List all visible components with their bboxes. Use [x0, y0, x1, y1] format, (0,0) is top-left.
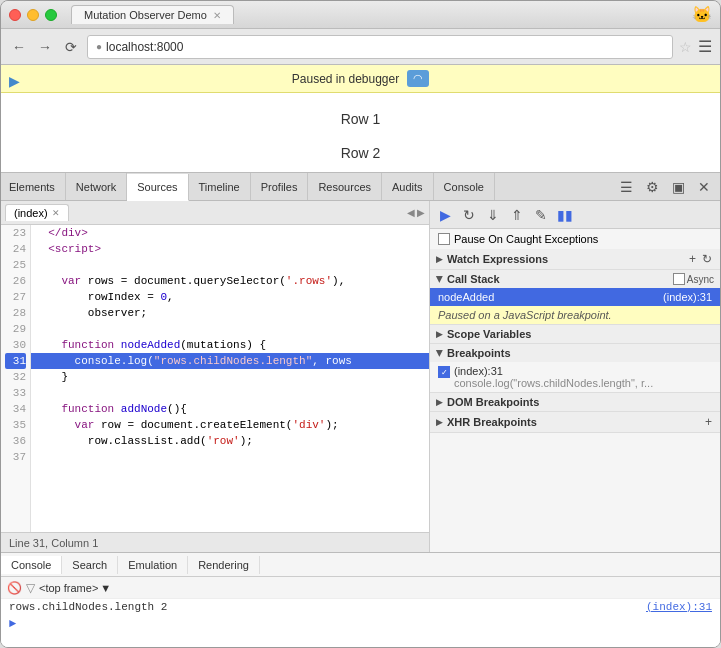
- tab-console[interactable]: Console: [434, 173, 495, 200]
- console-prompt-line: ►: [1, 615, 720, 633]
- pause-button[interactable]: ▮▮: [554, 204, 576, 226]
- console-filter-button[interactable]: ▽: [26, 581, 35, 595]
- tab-resources[interactable]: Resources: [308, 173, 382, 200]
- url-text: localhost:8000: [106, 40, 183, 54]
- code-line-24: <script>: [31, 241, 429, 257]
- debugger-toolbar: ▶ ↻ ⇓ ⇑ ✎ ▮▮: [430, 201, 720, 229]
- console-tab-search[interactable]: Search: [62, 556, 118, 574]
- source-tab-close-icon[interactable]: ✕: [52, 208, 60, 218]
- code-line-29: [31, 321, 429, 337]
- reload-button[interactable]: ⟳: [61, 37, 81, 57]
- menu-button[interactable]: ☰: [698, 37, 712, 56]
- devtools-close-icon[interactable]: ✕: [692, 175, 716, 199]
- forward-button[interactable]: →: [35, 37, 55, 57]
- tab-profiles[interactable]: Profiles: [251, 173, 309, 200]
- address-box[interactable]: ● localhost:8000: [87, 35, 673, 59]
- devtools-dock-icon[interactable]: ▣: [666, 175, 690, 199]
- bookmark-button[interactable]: ☆: [679, 39, 692, 55]
- code-line-31: console.log("rows.childNodes.length", ro…: [31, 353, 429, 369]
- tab-sources[interactable]: Sources: [127, 174, 188, 201]
- console-output-link[interactable]: (index):31: [646, 601, 712, 613]
- prompt-icon: ►: [9, 617, 16, 631]
- debugger-bar: Paused in debugger ◠: [1, 65, 720, 93]
- step-out-button[interactable]: ⇑: [506, 204, 528, 226]
- row-1: Row 1: [341, 111, 381, 127]
- tab-title: Mutation Observer Demo: [84, 9, 207, 21]
- tab-elements[interactable]: Elements: [1, 173, 66, 200]
- breakpoint-details: (index):31 console.log("rows.childNodes.…: [454, 365, 653, 389]
- close-button[interactable]: [9, 9, 21, 21]
- tab-network[interactable]: Network: [66, 173, 127, 200]
- breakpoint-checkbox[interactable]: ✓: [438, 366, 450, 378]
- async-checkbox[interactable]: [673, 273, 685, 285]
- code-line-32: }: [31, 369, 429, 385]
- source-tab-label: (index): [14, 207, 48, 219]
- resume-button[interactable]: ◠: [407, 70, 429, 87]
- back-button[interactable]: ←: [9, 37, 29, 57]
- scope-variables-section: ▶ Scope Variables: [430, 325, 720, 344]
- pause-exceptions-checkbox[interactable]: [438, 233, 450, 245]
- dom-breakpoints-title: DOM Breakpoints: [447, 396, 539, 408]
- xhr-add-button[interactable]: +: [703, 415, 714, 429]
- code-line-34: function addNode(){: [31, 401, 429, 417]
- maximize-button[interactable]: [45, 9, 57, 21]
- line-numbers: 23 24 25 26 27 28 29 30 31 32 33 34: [1, 225, 31, 532]
- console-tab-emulation[interactable]: Emulation: [118, 556, 188, 574]
- code-line-37: [31, 449, 429, 465]
- console-tab-rendering[interactable]: Rendering: [188, 556, 260, 574]
- line-num-29: 29: [5, 321, 26, 337]
- watch-expressions-header[interactable]: ▶ Watch Expressions + ↻: [430, 249, 720, 269]
- code-area: 23 24 25 26 27 28 29 30 31 32 33 34: [1, 225, 429, 532]
- line-num-30: 30: [5, 337, 26, 353]
- callstack-chevron-icon: ▶: [435, 276, 445, 283]
- tab-close-icon[interactable]: ✕: [213, 10, 221, 21]
- dom-breakpoints-header[interactable]: ▶ DOM Breakpoints: [430, 393, 720, 411]
- xhr-breakpoints-header[interactable]: ▶ XHR Breakpoints +: [430, 412, 720, 432]
- line-num-26: 26: [5, 273, 26, 289]
- xhr-breakpoints-title: XHR Breakpoints: [447, 416, 537, 428]
- step-over-button[interactable]: ↻: [458, 204, 480, 226]
- console-frame-selector[interactable]: <top frame> ▼: [39, 582, 111, 594]
- callstack-fn-name: nodeAdded: [438, 291, 494, 303]
- xhr-breakpoints-chevron-icon: ▶: [436, 417, 443, 427]
- continue-button[interactable]: ▶: [434, 204, 456, 226]
- code-line-27: rowIndex = 0,: [31, 289, 429, 305]
- deactivate-button[interactable]: ✎: [530, 204, 552, 226]
- page-content: ▶ Paused in debugger ◠ Row 1 Row 2: [1, 65, 720, 172]
- source-tab-prev-icon[interactable]: ◀: [407, 207, 415, 218]
- call-stack-section: ▶ Call Stack Async nodeAdded (index):31: [430, 270, 720, 325]
- console-clear-button[interactable]: 🚫: [7, 581, 22, 595]
- watch-add-button[interactable]: +: [687, 252, 698, 266]
- watch-expressions-section: ▶ Watch Expressions + ↻: [430, 249, 720, 270]
- watch-refresh-button[interactable]: ↻: [700, 252, 714, 266]
- line-num-34: 34: [5, 401, 26, 417]
- paused-message: Paused on a JavaScript breakpoint.: [430, 306, 720, 324]
- source-tab-next-icon[interactable]: ▶: [417, 207, 425, 218]
- breakpoints-header[interactable]: ▶ Breakpoints: [430, 344, 720, 362]
- devtools-toggle-icon[interactable]: ☰: [614, 175, 638, 199]
- breakpoints-section: ▶ Breakpoints ✓ (index):31 console.log("…: [430, 344, 720, 393]
- line-num-32: 32: [5, 369, 26, 385]
- console-toolbar: 🚫 ▽ <top frame> ▼: [1, 577, 720, 599]
- browser-window: Mutation Observer Demo ✕ 🐱 ← → ⟳ ● local…: [0, 0, 721, 648]
- scope-variables-header[interactable]: ▶ Scope Variables: [430, 325, 720, 343]
- breakpoint-location: (index):31: [454, 365, 653, 377]
- source-status-bar: Line 31, Column 1: [1, 532, 429, 552]
- callstack-entry-nodeAdded[interactable]: nodeAdded (index):31: [430, 288, 720, 306]
- devtools-tabbar: Elements Network Sources Timeline Profil…: [1, 173, 720, 201]
- browser-tab-active[interactable]: Mutation Observer Demo ✕: [71, 5, 234, 24]
- call-stack-header[interactable]: ▶ Call Stack Async: [430, 270, 720, 288]
- line-num-35: 35: [5, 417, 26, 433]
- step-into-button[interactable]: ⇓: [482, 204, 504, 226]
- dom-breakpoints-section: ▶ DOM Breakpoints: [430, 393, 720, 412]
- console-tab-console[interactable]: Console: [1, 556, 62, 574]
- minimize-button[interactable]: [27, 9, 39, 21]
- pause-exceptions-row: Pause On Caught Exceptions: [430, 229, 720, 249]
- tab-timeline[interactable]: Timeline: [189, 173, 251, 200]
- devtools-settings-icon[interactable]: ⚙: [640, 175, 664, 199]
- console-content: 🚫 ▽ <top frame> ▼ rows.childNodes.length…: [1, 577, 720, 647]
- cat-icon: 🐱: [692, 5, 712, 25]
- source-tab-index[interactable]: (index) ✕: [5, 204, 69, 221]
- tab-audits[interactable]: Audits: [382, 173, 434, 200]
- addressbar: ← → ⟳ ● localhost:8000 ☆ ☰: [1, 29, 720, 65]
